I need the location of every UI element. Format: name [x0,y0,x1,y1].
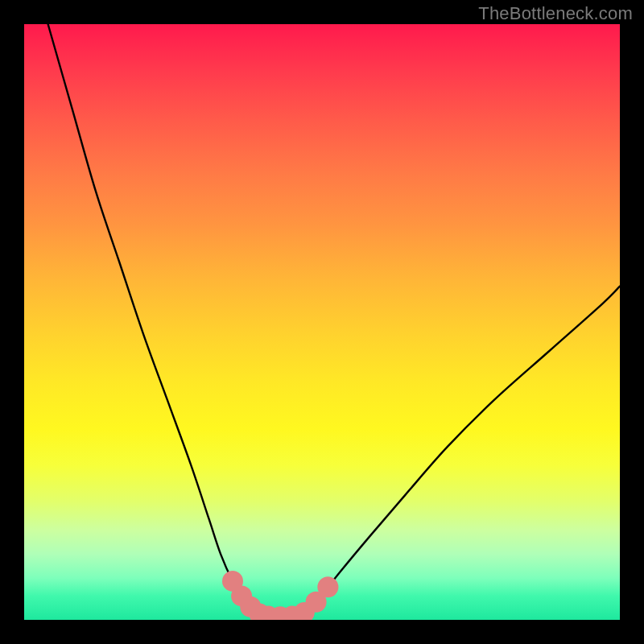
watermark-text: TheBottleneck.com [478,3,633,24]
highlight-markers [222,571,338,620]
highlight-dot [317,576,338,597]
plot-area [24,24,620,620]
outer-frame: TheBottleneck.com [0,0,644,644]
marker-layer [24,24,620,620]
